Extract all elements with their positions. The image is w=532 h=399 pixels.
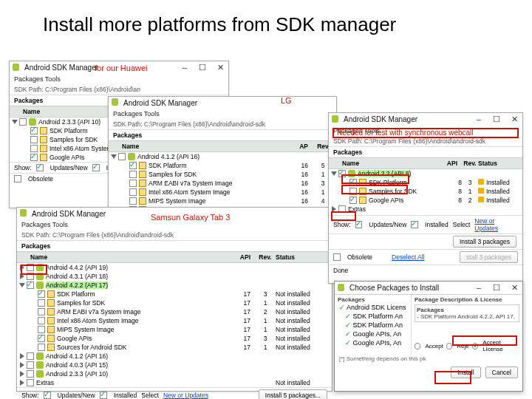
panel-title: Packages <box>417 307 517 313</box>
checkbox[interactable] <box>30 154 38 161</box>
checkbox[interactable] <box>129 180 137 187</box>
checkbox[interactable] <box>27 352 34 360</box>
checkbox-installed[interactable] <box>92 164 100 171</box>
delete-button: stall 3 packages <box>460 251 518 263</box>
checkbox-updates[interactable] <box>36 164 44 171</box>
checkbox[interactable] <box>129 171 137 178</box>
pkg-item: SDK Platform <box>57 290 95 298</box>
checkbox[interactable] <box>38 299 45 307</box>
maximize-icon[interactable]: ☐ <box>197 63 208 72</box>
expand-icon[interactable] <box>20 380 24 386</box>
pkg-item: Intel x86 Atom System Image <box>57 317 139 324</box>
menu-bar[interactable]: Packages Tools <box>10 74 228 84</box>
window-title: Android SDK Manager <box>123 99 333 107</box>
checkbox[interactable] <box>19 118 27 126</box>
pkg-group: Android 4.2.2 (API 17) <box>46 282 108 289</box>
col-packages: Packages <box>338 296 408 303</box>
pkg-item: ARM EABI v7a System Image <box>149 180 232 187</box>
cancel-button[interactable]: Cancel <box>485 366 518 378</box>
packages-label: Packages <box>329 147 522 157</box>
pkg-group: Android 4.4.2 (API 19) <box>46 264 108 271</box>
tree-item[interactable]: SDK Platform An <box>338 321 408 330</box>
checkbox[interactable] <box>38 317 45 324</box>
package-icon <box>139 171 146 178</box>
show-label: Show: <box>21 392 39 399</box>
minimize-icon[interactable]: – <box>474 115 484 124</box>
checkbox[interactable] <box>27 282 34 289</box>
android-icon <box>36 352 44 360</box>
col-rev: Rev. <box>255 253 276 261</box>
checkbox[interactable] <box>30 145 38 152</box>
pkg-group: Android 2.3.3 (API 10) <box>46 370 108 378</box>
checkbox[interactable] <box>129 197 137 205</box>
checkbox[interactable] <box>38 326 45 333</box>
minimize-icon[interactable]: – <box>180 63 190 72</box>
checkbox[interactable] <box>129 162 137 169</box>
package-icon <box>47 290 55 298</box>
menu-bar[interactable]: Packages Tools <box>109 109 336 119</box>
checkbox-obsolete[interactable] <box>14 175 21 183</box>
close-icon[interactable]: ✕ <box>509 283 519 293</box>
checkbox[interactable] <box>38 335 45 342</box>
show-label: Show: <box>14 164 32 171</box>
expand-icon[interactable] <box>20 362 24 368</box>
checkbox-updates[interactable] <box>355 221 363 228</box>
checkbox-updates[interactable] <box>44 392 51 399</box>
expand-icon[interactable] <box>12 120 18 124</box>
sdk-path-label: SDK Path: <box>21 231 51 239</box>
tree-item[interactable]: SDK Platform An <box>338 312 408 321</box>
checkbox-obsolete[interactable] <box>333 253 341 261</box>
checkbox[interactable] <box>129 188 137 196</box>
app-icon <box>112 98 120 107</box>
maximize-icon[interactable]: ☐ <box>491 115 502 124</box>
checkbox[interactable] <box>30 136 38 143</box>
close-icon[interactable]: ✕ <box>215 63 225 72</box>
radio-accept[interactable] <box>415 343 420 349</box>
checkbox[interactable] <box>27 370 34 378</box>
sdk-path-label: SDK Path: <box>333 137 363 145</box>
checkbox[interactable] <box>38 344 45 351</box>
pkg-item: Google APIs <box>57 335 92 342</box>
sdk-path-label: SDK Path: <box>113 120 143 128</box>
maximize-icon[interactable]: ☐ <box>491 283 502 293</box>
expand-icon[interactable] <box>19 283 25 287</box>
deselect-link[interactable]: Deselect All <box>392 253 424 261</box>
expand-icon[interactable] <box>111 154 117 159</box>
install-button[interactable]: Install 3 packages <box>453 236 516 248</box>
checkbox[interactable] <box>27 379 34 386</box>
note-webcall: Needed for test with synchronous webcall <box>337 128 474 138</box>
note-lg: LG <box>281 96 292 105</box>
minimize-icon[interactable]: – <box>474 283 484 293</box>
status-text: Done <box>333 267 348 274</box>
android-icon <box>36 370 44 378</box>
close-icon[interactable]: ✕ <box>509 115 519 124</box>
sdk-manager-samsung: Android SDK Manager Packages Tools SDK P… <box>16 207 332 392</box>
checkbox[interactable] <box>38 290 45 298</box>
tree-item[interactable]: Android SDK Licens <box>338 303 408 312</box>
checkbox[interactable] <box>349 197 357 204</box>
highlight-box <box>341 185 408 194</box>
pkg-group: Android 4.3.1 (API 18) <box>46 273 108 280</box>
select-link[interactable]: New or Updates <box>163 392 208 399</box>
select-link[interactable]: New or Updates <box>474 217 518 232</box>
install-button[interactable]: Install 5 packages... <box>259 389 327 399</box>
col-name: Name <box>332 160 446 167</box>
checkbox[interactable] <box>27 361 34 369</box>
tree-item[interactable]: Google APIs, An <box>338 338 408 347</box>
package-icon <box>40 136 47 143</box>
col-name: Name <box>112 143 290 150</box>
checkbox[interactable] <box>118 153 126 160</box>
expand-icon[interactable] <box>20 371 24 377</box>
highlight-box <box>434 371 471 384</box>
checkbox[interactable] <box>38 308 45 316</box>
checkbox-installed[interactable] <box>411 221 418 228</box>
tree-item[interactable]: Google APIs, An <box>338 330 408 338</box>
checkbox[interactable] <box>30 127 38 134</box>
package-icon <box>47 299 55 307</box>
checkbox-installed[interactable] <box>100 392 107 399</box>
expand-icon[interactable] <box>331 171 337 176</box>
pkg-item: MIPS System Image <box>57 326 114 333</box>
pkg-group: Android 4.1.2 (API 16) <box>137 153 200 160</box>
window-title: Android SDK Manager <box>344 115 474 123</box>
expand-icon[interactable] <box>20 353 24 359</box>
